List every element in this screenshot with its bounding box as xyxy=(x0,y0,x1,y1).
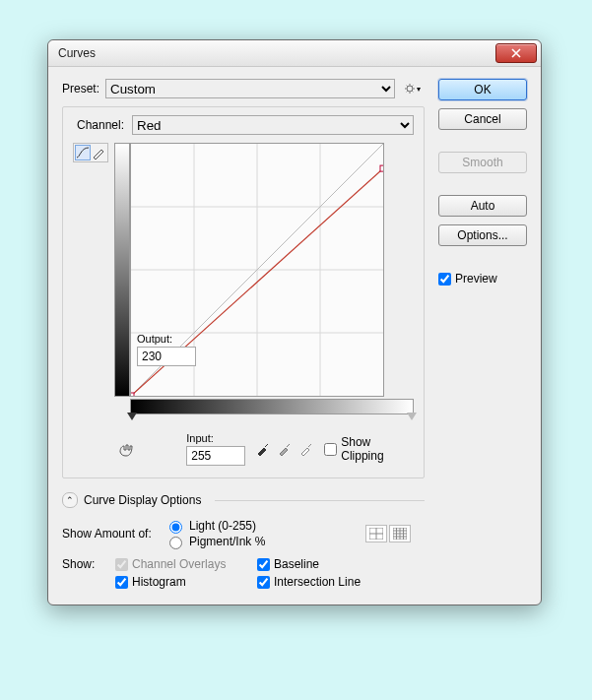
channel-label: Channel: xyxy=(77,118,124,132)
window-title: Curves xyxy=(58,46,495,60)
show-amount-label: Show Amount of: xyxy=(62,527,161,541)
grid-fine-icon xyxy=(393,528,407,540)
divider xyxy=(215,500,425,501)
chevron-down-icon: ▾ xyxy=(417,85,421,94)
curve-display-label: Curve Display Options xyxy=(84,493,201,507)
preview-input[interactable] xyxy=(438,273,451,286)
input-input[interactable] xyxy=(186,446,245,466)
eyedropper-icon xyxy=(299,442,313,456)
channel-overlays-checkbox[interactable]: Channel Overlays xyxy=(115,557,253,571)
input-gradient-strip xyxy=(130,399,414,414)
preset-menu-button[interactable]: ▾ xyxy=(401,81,425,96)
output-input[interactable] xyxy=(137,347,196,366)
curve-handle[interactable] xyxy=(131,393,134,396)
output-label: Output: xyxy=(137,333,192,345)
svg-point-0 xyxy=(407,86,413,92)
close-icon xyxy=(511,48,521,58)
grid-fine-button[interactable] xyxy=(389,525,411,542)
svg-line-6 xyxy=(412,91,413,92)
svg-line-8 xyxy=(412,86,413,87)
white-point-slider[interactable] xyxy=(407,413,417,420)
options-button[interactable]: Options... xyxy=(438,224,527,246)
black-eyedropper[interactable] xyxy=(255,441,271,457)
auto-button[interactable]: Auto xyxy=(438,195,527,217)
pencil-icon xyxy=(92,146,105,159)
curve-draw-tool[interactable] xyxy=(91,145,106,160)
white-eyedropper[interactable] xyxy=(298,441,314,457)
light-radio[interactable]: Light (0-255) xyxy=(164,518,362,534)
eyedropper-icon xyxy=(278,442,292,456)
curve-handle[interactable] xyxy=(380,165,383,171)
hand-icon xyxy=(116,442,136,458)
titlebar[interactable]: Curves xyxy=(48,40,541,67)
intersection-checkbox[interactable]: Intersection Line xyxy=(257,575,405,589)
svg-line-7 xyxy=(407,91,408,92)
curve-icon xyxy=(76,146,90,159)
close-button[interactable] xyxy=(495,43,537,63)
input-label: Input: xyxy=(186,432,245,444)
baseline-checkbox[interactable]: Baseline xyxy=(257,557,405,571)
histogram-checkbox[interactable]: Histogram xyxy=(115,575,253,589)
curve-point-tool[interactable] xyxy=(75,145,91,160)
chevron-up-icon: ⌃ xyxy=(66,495,74,505)
output-gradient-strip xyxy=(114,143,130,397)
curve-plot[interactable]: Output: xyxy=(130,143,384,397)
black-point-slider[interactable] xyxy=(127,413,137,420)
grid-coarse-button[interactable] xyxy=(365,525,387,542)
ok-button[interactable]: OK xyxy=(438,79,527,100)
preset-select[interactable]: Custom xyxy=(105,79,395,98)
on-image-adjust-tool[interactable] xyxy=(114,440,137,460)
cancel-button[interactable]: Cancel xyxy=(438,108,527,130)
gray-eyedropper[interactable] xyxy=(277,441,293,457)
show-clipping-input[interactable] xyxy=(324,443,337,456)
preview-checkbox[interactable]: Preview xyxy=(438,272,527,286)
show-label: Show: xyxy=(62,557,111,571)
curve-edit-mode xyxy=(73,143,108,162)
channel-select[interactable]: Red xyxy=(132,115,414,135)
smooth-button[interactable]: Smooth xyxy=(438,152,527,173)
eyedropper-icon xyxy=(256,442,270,456)
svg-line-5 xyxy=(407,86,408,87)
preset-label: Preset: xyxy=(62,82,99,95)
grid-coarse-icon xyxy=(369,528,383,540)
curve-display-toggle[interactable]: ⌃ xyxy=(62,492,78,508)
curves-dialog: Curves Preset: Custom ▾ Channel: xyxy=(47,39,542,605)
pigment-radio[interactable]: Pigment/Ink % xyxy=(164,534,362,549)
gear-icon xyxy=(405,83,415,95)
show-clipping-checkbox[interactable]: Show Clipping xyxy=(324,435,414,463)
